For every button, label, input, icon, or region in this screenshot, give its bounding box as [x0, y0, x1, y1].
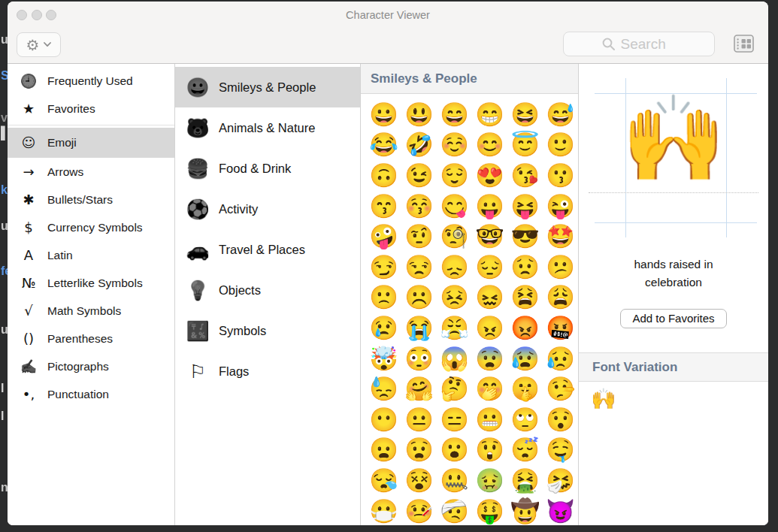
emoji-cell[interactable]: 🤥: [543, 373, 578, 404]
emoji-cell[interactable]: ☺️: [437, 130, 472, 161]
emoji-cell[interactable]: 🤧: [543, 465, 578, 496]
emoji-cell[interactable]: 😤: [437, 313, 472, 343]
emoji-cell[interactable]: 😂: [366, 130, 401, 161]
emoji-cell[interactable]: ☹️: [401, 283, 437, 313]
emoji-cell[interactable]: 🙂: [543, 130, 578, 161]
emoji-cell[interactable]: 😳: [401, 343, 437, 374]
emoji-cell[interactable]: 🤨: [401, 221, 437, 252]
emoji-cell[interactable]: 🤬: [543, 313, 578, 343]
category-item-smileys-people[interactable]: 😀Smileys & People: [175, 67, 360, 107]
emoji-cell[interactable]: 🙁: [366, 283, 401, 313]
emoji-cell[interactable]: 😩: [543, 283, 578, 313]
sidebar-item-frequently-used[interactable]: 🕘Frequently Used: [8, 67, 174, 95]
emoji-cell[interactable]: 😕: [543, 252, 578, 283]
sidebar-item-favorites[interactable]: ★Favorites: [8, 95, 174, 122]
category-item-objects[interactable]: 💡Objects: [175, 270, 360, 310]
emoji-cell[interactable]: 😢: [366, 313, 401, 343]
sidebar-item-math-symbols[interactable]: √Math Symbols: [8, 297, 174, 325]
emoji-cell[interactable]: 😐: [401, 404, 437, 435]
emoji-cell[interactable]: 😦: [366, 435, 401, 466]
emoji-cell[interactable]: 😭: [401, 313, 437, 343]
emoji-cell[interactable]: 🤮: [507, 465, 543, 496]
sidebar-item-punctuation[interactable]: •,Punctuation: [8, 380, 174, 408]
emoji-cell[interactable]: 😵: [401, 465, 437, 496]
sidebar-item-parentheses[interactable]: ()Parentheses: [8, 325, 174, 352]
emoji-cell[interactable]: 😝: [507, 191, 543, 222]
action-menu-button[interactable]: ⚙: [17, 32, 61, 57]
sidebar-item-bullets-stars[interactable]: ✱Bullets/Stars: [8, 186, 174, 213]
emoji-cell[interactable]: 🤪: [366, 221, 401, 252]
emoji-cell[interactable]: 😔: [472, 252, 507, 283]
emoji-cell[interactable]: 🤗: [401, 373, 437, 404]
emoji-cell[interactable]: 😪: [366, 465, 401, 496]
keyboard-panel-button[interactable]: [731, 33, 755, 54]
emoji-cell[interactable]: 🤠: [507, 496, 543, 525]
emoji-cell[interactable]: 😨: [472, 343, 507, 374]
emoji-cell[interactable]: 😓: [366, 373, 401, 404]
emoji-cell[interactable]: 🤒: [401, 496, 437, 525]
emoji-cell[interactable]: 😰: [507, 343, 543, 374]
emoji-cell[interactable]: 😡: [507, 313, 543, 343]
emoji-cell[interactable]: 😬: [472, 404, 507, 435]
emoji-cell[interactable]: 🤯: [366, 343, 401, 374]
emoji-cell[interactable]: 🤩: [543, 221, 578, 252]
category-item-animals-nature[interactable]: 🐻Animals & Nature: [175, 107, 360, 148]
emoji-cell[interactable]: 🤣: [401, 130, 437, 161]
emoji-cell[interactable]: 😞: [437, 252, 472, 283]
search-field[interactable]: [563, 32, 715, 56]
emoji-cell[interactable]: 🤤: [543, 435, 578, 466]
emoji-cell[interactable]: 😏: [366, 252, 401, 283]
emoji-cell[interactable]: 😒: [401, 252, 437, 283]
emoji-cell[interactable]: 😖: [472, 283, 507, 313]
emoji-cell[interactable]: 😗: [543, 160, 578, 191]
emoji-cell[interactable]: 🤕: [437, 496, 472, 525]
emoji-cell[interactable]: 🙄: [507, 404, 543, 435]
category-item-flags[interactable]: ⚐Flags: [175, 351, 360, 391]
emoji-cell[interactable]: 😑: [437, 404, 472, 435]
emoji-cell[interactable]: 😲: [472, 435, 507, 466]
emoji-cell[interactable]: 😍: [472, 160, 507, 191]
font-variation-glyph[interactable]: 🙌: [591, 388, 616, 410]
emoji-cell[interactable]: 😅: [543, 99, 578, 130]
emoji-cell[interactable]: 🧐: [437, 221, 472, 252]
emoji-cell[interactable]: 😄: [437, 99, 472, 130]
emoji-cell[interactable]: 😆: [507, 99, 543, 130]
emoji-cell[interactable]: 😉: [401, 160, 437, 191]
emoji-cell[interactable]: 😚: [401, 191, 437, 222]
emoji-cell[interactable]: 🤐: [437, 465, 472, 496]
sidebar-item-emoji[interactable]: ☺︎Emoji: [8, 128, 174, 158]
emoji-cell[interactable]: 😃: [401, 99, 437, 130]
emoji-cell[interactable]: 😀: [366, 99, 401, 130]
sidebar-item-letterlike-symbols[interactable]: №Letterlike Symbols: [8, 269, 174, 297]
emoji-cell[interactable]: 🤢: [472, 465, 507, 496]
emoji-cell[interactable]: 😊: [472, 130, 507, 161]
emoji-cell[interactable]: 🤫: [507, 373, 543, 404]
emoji-cell[interactable]: 😯: [543, 404, 578, 435]
sidebar-item-arrows[interactable]: →Arrows: [8, 158, 174, 186]
sidebar-item-latin[interactable]: ALatin: [8, 241, 174, 269]
emoji-cell[interactable]: 😠: [472, 313, 507, 343]
add-to-favorites-button[interactable]: Add to Favorites: [620, 309, 726, 328]
category-item-travel-places[interactable]: 🚗Travel & Places: [175, 229, 360, 270]
emoji-cell[interactable]: 😘: [507, 160, 543, 191]
emoji-cell[interactable]: 😟: [507, 252, 543, 283]
emoji-cell[interactable]: 😮: [437, 435, 472, 466]
emoji-cell[interactable]: 😎: [507, 221, 543, 252]
emoji-cell[interactable]: 😙: [366, 191, 401, 222]
emoji-cell[interactable]: 😧: [401, 435, 437, 466]
sidebar-item-currency-symbols[interactable]: $Currency Symbols: [8, 213, 174, 241]
emoji-cell[interactable]: 😫: [507, 283, 543, 313]
emoji-cell[interactable]: 🙃: [366, 160, 401, 191]
emoji-cell[interactable]: 😁: [472, 99, 507, 130]
emoji-cell[interactable]: 😋: [437, 191, 472, 222]
category-item-food-drink[interactable]: 🍔Food & Drink: [175, 148, 360, 189]
emoji-cell[interactable]: 😶: [366, 404, 401, 435]
emoji-cell[interactable]: 😷: [366, 496, 401, 525]
emoji-cell[interactable]: 😌: [437, 160, 472, 191]
emoji-cell[interactable]: 😴: [507, 435, 543, 466]
emoji-cell[interactable]: 😜: [543, 191, 578, 222]
search-input[interactable]: [621, 36, 677, 53]
emoji-cell[interactable]: 😣: [437, 283, 472, 313]
emoji-cell[interactable]: 😇: [507, 130, 543, 161]
emoji-cell[interactable]: 😛: [472, 191, 507, 222]
